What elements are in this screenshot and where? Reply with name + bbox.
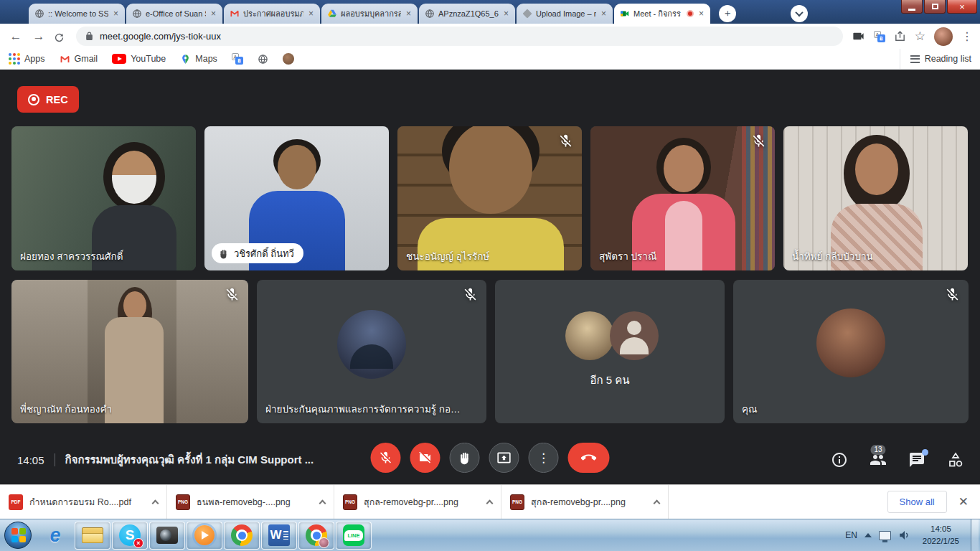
png-file-icon: PNG [343,494,357,510]
tab-drive-results[interactable]: ผลอบรมบุคลากรสาย × [321,4,418,24]
tab-close-icon[interactable]: × [697,9,705,19]
bookmark-globe[interactable] [258,54,268,65]
show-desktop-button[interactable] [971,519,979,551]
taskbar-file-explorer[interactable] [75,522,110,550]
meet-panel-buttons: 13 [831,441,964,479]
profile-avatar[interactable] [934,27,953,46]
language-indicator[interactable]: EN [845,530,857,540]
call-controls: ⋮ [371,443,610,473]
browser-menu-icon[interactable]: ⋮ [961,29,973,43]
taskbar-skype[interactable]: S× [112,522,148,550]
tray-expand-icon[interactable] [864,533,872,537]
download-item[interactable]: PNG สุกล-removebg-pr....png [334,485,501,519]
camera-toggle-button[interactable] [410,443,440,473]
download-menu-chevron[interactable] [152,499,159,507]
bookmark-apps[interactable]: Apps [9,53,45,65]
meeting-details-button[interactable] [831,451,848,468]
download-item[interactable]: PNG ธนพล-removebg-....png [167,485,334,519]
tab-close-icon[interactable]: × [112,9,120,19]
bookmark-maps[interactable]: Maps [180,54,217,65]
share-icon[interactable] [894,30,906,42]
tab-meet-active[interactable]: Meet - กิจกรร × [614,4,710,24]
tab-gmail-announcement[interactable]: ประกาศผลอบรมภาษ × [224,4,320,24]
download-item[interactable]: PNG สุกล-removebg-pr....png [501,485,669,519]
skype-status-badge: × [133,538,143,548]
video-tile[interactable]: วชิรศักดิ์ ถิ่นทวี [204,126,389,270]
raise-hand-button[interactable] [450,443,480,473]
png-file-icon: PNG [510,494,524,510]
bookmark-translate[interactable]: Aอ [232,53,243,65]
hand-raised-badge: วชิรศักดิ์ ถิ่นทวี [212,243,303,263]
tab-close-icon[interactable]: × [600,9,608,19]
meeting-title: กิจกรรมพบผู้ทรงคุณวุฒิ ครั้งที่ 1 กลุ่ม … [65,451,314,468]
forward-button[interactable]: → [30,29,47,44]
taskbar-internet-explorer[interactable]: e [37,522,73,550]
mic-off-icon [751,133,766,149]
mic-toggle-button[interactable] [371,443,401,473]
tab-title: Upload Image – re [536,9,596,18]
download-menu-chevron[interactable] [654,499,661,507]
taskbar-camera-app[interactable] [149,522,185,550]
reading-list-label: Reading list [925,54,971,64]
taskbar-media-player[interactable] [187,522,222,550]
more-options-button[interactable]: ⋮ [529,443,559,473]
reload-button[interactable] [53,29,70,44]
video-tile[interactable]: ชนะอนัญญ์ อุไรรักษ์ [397,126,582,270]
taskbar-line[interactable]: LINE [336,522,372,550]
minimize-button[interactable] [901,0,923,14]
back-button[interactable]: ← [7,29,24,44]
bookmark-youtube[interactable]: YouTube [112,54,166,64]
bookmark-star-icon[interactable]: ☆ [915,29,925,44]
chat-button[interactable] [908,451,925,468]
browser-tab-strip: :: Welcome to SSR × e-Office of Suan S ×… [0,0,980,24]
tab-search-chevron-button[interactable] [791,5,808,22]
taskbar-word[interactable]: W [261,522,297,550]
network-icon[interactable] [879,531,891,540]
show-all-downloads-button[interactable]: Show all [887,491,947,513]
tab-upload-image[interactable]: Upload Image – re × [517,4,613,24]
overflow-tile[interactable]: อีก 5 คน [495,280,725,423]
system-tray: EN 14:05 2022/1/25 [845,519,980,551]
video-tile[interactable]: สุพัตรา ปราณี [590,126,775,270]
leave-call-button[interactable] [568,443,610,473]
video-tile[interactable]: ฝ่ายประกันคุณภาพและการจัดการความรู้ กองน… [257,280,486,423]
tab-close-icon[interactable]: × [405,9,413,19]
tab-close-icon[interactable]: × [209,9,217,19]
download-item[interactable]: PDF กำหนดการอบรม Ro....pdf [0,485,167,519]
bookmark-profile[interactable] [283,53,294,65]
skype-icon: S× [119,524,141,546]
participants-button[interactable]: 13 [870,451,887,468]
volume-icon[interactable] [898,529,911,542]
tab-close-icon[interactable]: × [307,9,315,19]
present-screen-button[interactable] [489,443,519,473]
bookmark-gmail[interactable]: Gmail [60,54,98,65]
download-menu-chevron[interactable] [319,499,326,507]
pdf-file-icon: PDF [9,494,23,510]
download-menu-chevron[interactable] [486,499,494,507]
taskbar-clock[interactable]: 14:05 2022/1/25 [918,523,963,547]
taskbar-chrome-profile[interactable] [298,522,334,550]
meet-icon [619,9,630,19]
video-tile[interactable]: ฝอยทอง สาครวรรณศักดิ์ [11,126,196,270]
new-tab-button[interactable]: ＋ [719,5,736,22]
drive-icon [326,9,337,19]
tab-welcome-ssr[interactable]: :: Welcome to SSR × [29,4,125,24]
activities-button[interactable] [947,451,964,468]
download-filename: กำหนดการอบรม Ro....pdf [29,495,146,509]
mic-off-icon [225,287,240,302]
tab-eoffice[interactable]: e-Office of Suan S × [126,4,222,24]
close-button[interactable]: × [947,0,977,14]
close-downloads-icon[interactable]: ✕ [958,494,969,509]
reading-list-button[interactable]: Reading list [900,49,971,69]
taskbar-chrome[interactable] [224,522,260,550]
camera-in-use-icon[interactable] [852,29,865,43]
start-button[interactable] [4,522,32,549]
tab-apznza[interactable]: APznzaZ1Q65_64 × [419,4,515,24]
translate-icon[interactable]: Aอ [874,31,885,42]
self-video-tile[interactable]: คุณ [733,280,969,423]
address-bar[interactable]: meet.google.com/jys-tiok-uux [76,27,843,46]
video-tile[interactable]: พี่ชญาณัท ก้อนทองคำ [11,280,248,423]
tab-close-icon[interactable]: × [502,9,510,19]
video-tile[interactable]: น้ำทิพย์ กลีบบัวบาน [783,126,968,270]
maximize-button[interactable] [924,0,946,14]
